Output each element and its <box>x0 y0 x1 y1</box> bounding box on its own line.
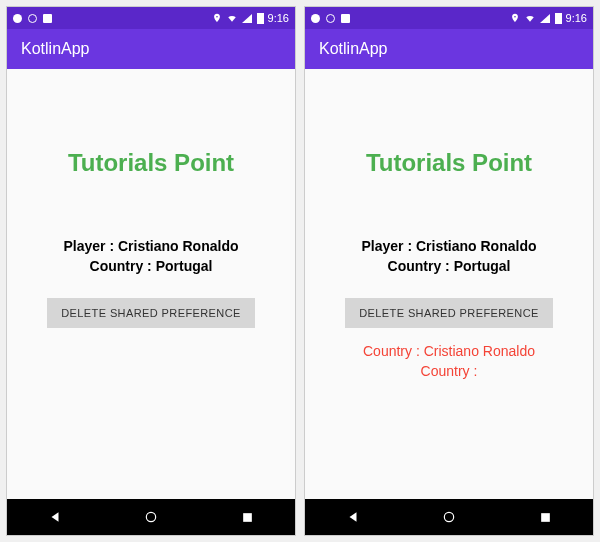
svg-point-2 <box>445 512 454 521</box>
content-area: Tutorials Point Player : Cristiano Ronal… <box>305 69 593 499</box>
status-bar: 9:16 <box>7 7 295 29</box>
result-line-1: Country : Cristiano Ronaldo <box>363 342 535 362</box>
wifi-icon <box>524 13 536 23</box>
status-square-icon <box>43 14 52 23</box>
status-bar: 9:16 <box>305 7 593 29</box>
svg-rect-3 <box>541 513 550 522</box>
player-text: Player : Cristiano Ronaldo <box>63 237 238 257</box>
phone-before: 9:16 KotlinApp Tutorials Point Player : … <box>6 6 296 536</box>
nav-home-icon[interactable] <box>442 510 456 524</box>
app-bar: KotlinApp <box>305 29 593 69</box>
status-circle-icon <box>28 14 37 23</box>
country-text: Country : Portugal <box>388 257 511 277</box>
phone-after: 9:16 KotlinApp Tutorials Point Player : … <box>304 6 594 536</box>
page-title: Tutorials Point <box>366 149 532 177</box>
nav-recent-icon[interactable] <box>241 511 254 524</box>
delete-preference-button[interactable]: DELETE SHARED PREFERENCE <box>345 298 553 328</box>
status-dot-icon <box>311 14 320 23</box>
result-text: Country : Cristiano Ronaldo Country : <box>363 342 535 381</box>
content-area: Tutorials Point Player : Cristiano Ronal… <box>7 69 295 499</box>
delete-preference-button[interactable]: DELETE SHARED PREFERENCE <box>47 298 255 328</box>
battery-icon <box>257 13 264 24</box>
status-time: 9:16 <box>566 12 587 24</box>
nav-recent-icon[interactable] <box>539 511 552 524</box>
nav-back-icon[interactable] <box>346 510 360 524</box>
battery-icon <box>555 13 562 24</box>
status-square-icon <box>341 14 350 23</box>
nav-back-icon[interactable] <box>48 510 62 524</box>
signal-icon <box>242 14 252 23</box>
status-time: 9:16 <box>268 12 289 24</box>
app-bar: KotlinApp <box>7 29 295 69</box>
nav-home-icon[interactable] <box>144 510 158 524</box>
nav-bar <box>305 499 593 535</box>
signal-icon <box>540 14 550 23</box>
result-line-2: Country : <box>363 362 535 382</box>
country-text: Country : Portugal <box>90 257 213 277</box>
svg-point-0 <box>147 512 156 521</box>
player-text: Player : Cristiano Ronaldo <box>361 237 536 257</box>
app-title: KotlinApp <box>319 40 388 58</box>
location-icon <box>510 13 520 23</box>
svg-rect-1 <box>243 513 252 522</box>
app-title: KotlinApp <box>21 40 90 58</box>
status-circle-icon <box>326 14 335 23</box>
location-icon <box>212 13 222 23</box>
page-title: Tutorials Point <box>68 149 234 177</box>
wifi-icon <box>226 13 238 23</box>
nav-bar <box>7 499 295 535</box>
status-dot-icon <box>13 14 22 23</box>
